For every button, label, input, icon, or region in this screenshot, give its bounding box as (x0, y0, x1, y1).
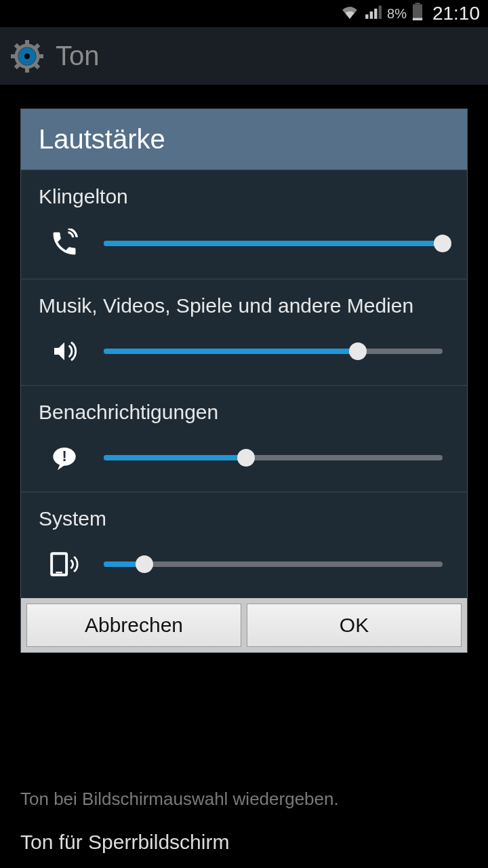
wifi-icon (341, 4, 359, 23)
ok-button[interactable]: OK (247, 604, 462, 647)
volume-label: Musik, Videos, Spiele und andere Medien (39, 294, 449, 317)
bg-list-item-1: Ton bei Bildschirmauswahl wiedergeben. (20, 789, 339, 810)
clock: 21:10 (432, 3, 480, 24)
ringtone-slider[interactable] (104, 234, 443, 253)
action-bar: Ton (0, 27, 488, 85)
speaker-icon (45, 338, 83, 365)
device-sound-icon (45, 551, 83, 578)
volume-label: System (39, 507, 449, 530)
page-title: Ton (56, 41, 100, 71)
volume-section-notifications: Benachrichtigungen ! (21, 386, 467, 492)
notification-icon: ! (45, 444, 83, 471)
battery-percent: 8% (387, 6, 407, 22)
phone-ring-icon (45, 229, 83, 258)
svg-text:!: ! (62, 448, 66, 465)
dialog-actions: Abbrechen OK (21, 598, 467, 652)
volume-dialog: Lautstärke Klingelton Musik, Videos, Spi… (20, 108, 468, 653)
system-slider[interactable] (104, 555, 443, 574)
cancel-button[interactable]: Abbrechen (26, 604, 241, 647)
signal-icon (364, 4, 382, 23)
dialog-body: Klingelton Musik, Videos, Spiele und and… (21, 170, 467, 598)
svg-rect-18 (56, 572, 62, 573)
bg-list-item-2[interactable]: Ton für Sperrbildschirm (20, 831, 229, 854)
volume-label: Benachrichtigungen (39, 401, 449, 424)
dialog-header: Lautstärke (21, 109, 467, 170)
media-slider[interactable] (104, 342, 443, 361)
svg-rect-1 (415, 3, 420, 4)
svg-rect-2 (413, 18, 422, 20)
notifications-slider[interactable] (104, 448, 443, 467)
dialog-title: Lautstärke (39, 124, 449, 155)
settings-gear-icon (11, 40, 43, 73)
volume-section-system: System (21, 492, 467, 598)
status-bar: 8% 21:10 (0, 0, 488, 27)
volume-section-media: Musik, Videos, Spiele und andere Medien (21, 279, 467, 386)
battery-icon (412, 3, 423, 24)
svg-point-14 (24, 54, 30, 59)
volume-section-ringtone: Klingelton (21, 170, 467, 279)
volume-label: Klingelton (39, 185, 449, 208)
